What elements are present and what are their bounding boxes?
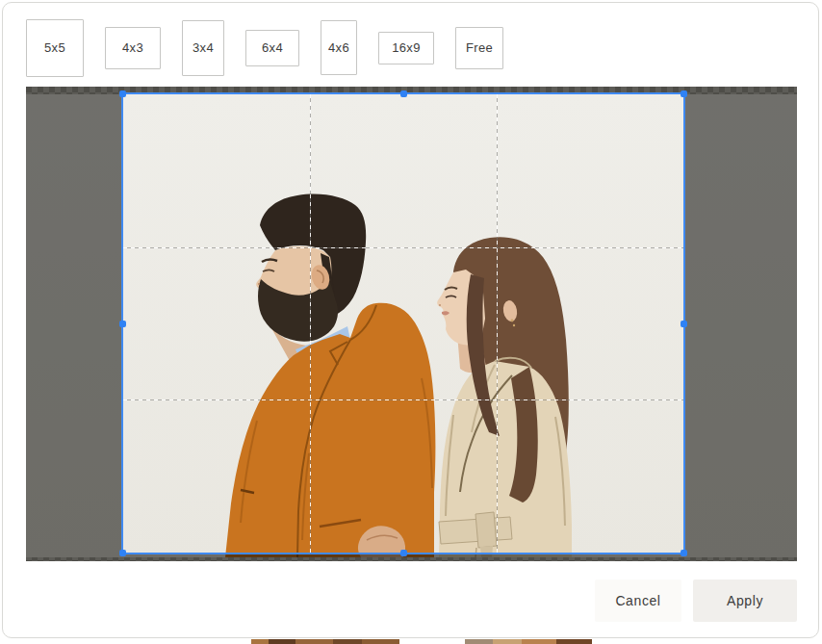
crop-workspace xyxy=(26,87,797,561)
crop-dialog: 5x5 4x3 3x4 6x4 4x6 16x9 Free xyxy=(2,2,819,638)
apply-button[interactable]: Apply xyxy=(693,580,797,622)
crop-handle-top[interactable] xyxy=(400,90,407,97)
background-thumbnail-1[interactable] xyxy=(251,639,399,644)
thirds-guide-horizontal-2 xyxy=(123,399,683,400)
aspect-ratio-button-6x4[interactable]: 6x4 xyxy=(245,30,299,66)
background-thumbnail-2[interactable] xyxy=(465,639,592,644)
aspect-ratio-button-16x9[interactable]: 16x9 xyxy=(378,32,434,64)
aspect-ratio-toolbar: 5x5 4x3 3x4 6x4 4x6 16x9 Free xyxy=(3,3,818,87)
crop-handle-bottom-right[interactable] xyxy=(681,550,687,556)
crop-handle-bottom-left[interactable] xyxy=(119,550,126,556)
aspect-ratio-button-3x4[interactable]: 3x4 xyxy=(182,20,224,76)
crop-handle-top-left[interactable] xyxy=(119,90,126,97)
aspect-ratio-button-5x5[interactable]: 5x5 xyxy=(26,19,84,77)
aspect-ratio-button-free[interactable]: Free xyxy=(455,27,503,69)
crop-handle-top-right[interactable] xyxy=(681,90,687,97)
thirds-guide-vertical-2 xyxy=(497,94,498,553)
cancel-button[interactable]: Cancel xyxy=(595,580,681,622)
aspect-ratio-button-4x6[interactable]: 4x6 xyxy=(321,20,357,75)
crop-handle-bottom[interactable] xyxy=(400,550,407,556)
thirds-guide-vertical-1 xyxy=(310,94,311,553)
crop-handle-left[interactable] xyxy=(119,321,126,327)
dialog-footer: Cancel Apply xyxy=(595,580,797,622)
crop-handle-right[interactable] xyxy=(681,321,687,327)
aspect-ratio-button-4x3[interactable]: 4x3 xyxy=(105,27,161,69)
thirds-guide-horizontal-1 xyxy=(123,247,683,248)
crop-selection[interactable] xyxy=(121,92,685,554)
